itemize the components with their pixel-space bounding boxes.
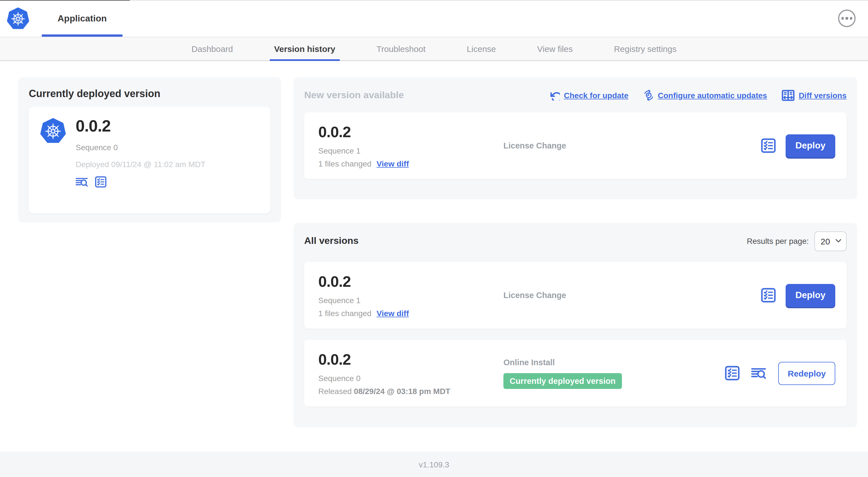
deployed-sequence-label: Sequence 0 xyxy=(75,143,206,152)
results-per-page-value: 20 xyxy=(820,236,830,246)
deployed-version-number: 0.0.2 xyxy=(75,117,206,136)
version-number: 0.0.2 xyxy=(318,123,503,141)
overflow-menu-button[interactable] xyxy=(838,9,856,27)
all-versions-panel: All versions Results per page: 20 0.0.2 … xyxy=(293,223,857,427)
version-row-actions: Redeploy xyxy=(725,362,835,385)
tab-license[interactable]: License xyxy=(467,37,496,60)
sequence-label: Sequence 0 xyxy=(318,374,503,383)
change-type-label: Online Install xyxy=(503,358,725,367)
version-row-meta: Online Install Currently deployed versio… xyxy=(503,358,725,389)
version-row-actions: Deploy xyxy=(761,134,835,157)
all-versions-head: All versions Results per page: 20 xyxy=(304,234,846,248)
deployed-version-info: 0.0.2 Sequence 0 Deployed 09/11/24 @ 11:… xyxy=(75,117,206,188)
view-logs-icon[interactable] xyxy=(75,177,89,187)
files-changed-line: 1 files changed View diff xyxy=(318,308,503,318)
redeploy-button[interactable]: Redeploy xyxy=(778,362,835,385)
results-per-page-select[interactable]: 20 xyxy=(814,231,846,251)
diff-columns-icon xyxy=(782,90,795,101)
all-versions-title: All versions xyxy=(304,235,359,247)
new-version-title: New version available xyxy=(304,90,404,101)
tab-label: Version history xyxy=(274,44,335,54)
page-footer: v1.109.3 xyxy=(0,452,868,477)
version-row-info: 0.0.2 Sequence 1 1 files changed View di… xyxy=(315,123,503,168)
tab-registry-settings[interactable]: Registry settings xyxy=(614,37,677,60)
kubernetes-app-icon xyxy=(40,118,66,144)
released-label: Released xyxy=(318,386,354,395)
diff-versions-link[interactable]: Diff versions xyxy=(782,90,846,101)
diff-versions-label: Diff versions xyxy=(799,91,846,100)
currently-deployed-title: Currently deployed version xyxy=(29,88,270,100)
results-per-page-label: Results per page: xyxy=(747,237,809,245)
version-row-info: 0.0.2 Sequence 0 Released 08/29/24 @ 03:… xyxy=(315,351,503,395)
ellipsis-icon xyxy=(841,17,852,20)
refresh-icon xyxy=(550,91,560,100)
app-tab-application[interactable]: Application xyxy=(42,0,122,37)
view-diff-link[interactable]: View diff xyxy=(376,308,409,318)
currently-deployed-badge: Currently deployed version xyxy=(503,373,622,389)
preflight-checks-icon[interactable] xyxy=(761,138,776,153)
chevron-down-icon xyxy=(835,239,841,243)
version-row-meta: License Change xyxy=(503,291,761,300)
check-for-update-link[interactable]: Check for update xyxy=(550,91,628,100)
new-version-row: 0.0.2 Sequence 1 1 files changed View di… xyxy=(304,112,846,179)
preflight-checks-icon[interactable] xyxy=(95,176,107,188)
version-number: 0.0.2 xyxy=(318,351,503,368)
check-for-update-label: Check for update xyxy=(564,91,628,100)
version-row-sequence-1: 0.0.2 Sequence 1 1 files changed View di… xyxy=(304,262,846,329)
window-edge-line xyxy=(0,0,868,1)
view-diff-link[interactable]: View diff xyxy=(376,159,409,168)
tab-label: View files xyxy=(537,44,573,54)
tab-dashboard[interactable]: Dashboard xyxy=(192,37,233,60)
view-logs-icon[interactable] xyxy=(751,367,767,379)
auto-update-clock-icon xyxy=(643,90,654,101)
new-version-panel-head: New version available Check for update C… xyxy=(304,88,846,103)
tab-label: License xyxy=(467,44,496,54)
app-title: Application xyxy=(58,13,107,23)
tab-label: Troubleshoot xyxy=(376,44,426,54)
tab-troubleshoot[interactable]: Troubleshoot xyxy=(376,37,426,60)
preflight-checks-icon[interactable] xyxy=(761,288,776,303)
new-version-panel: New version available Check for update C… xyxy=(293,77,857,199)
results-per-page: Results per page: 20 xyxy=(747,231,846,251)
kubernetes-logo xyxy=(7,7,29,30)
deployed-version-card: 0.0.2 Sequence 0 Deployed 09/11/24 @ 11:… xyxy=(29,107,270,213)
sequence-label: Sequence 1 xyxy=(318,296,503,304)
version-row-sequence-0: 0.0.2 Sequence 0 Released 08/29/24 @ 03:… xyxy=(304,340,846,407)
deploy-button[interactable]: Deploy xyxy=(785,284,835,307)
preflight-checks-icon[interactable] xyxy=(725,366,740,381)
deploy-button[interactable]: Deploy xyxy=(785,134,835,157)
tab-label: Registry settings xyxy=(614,44,677,54)
files-changed-label: 1 files changed xyxy=(318,159,371,168)
version-row-actions: Deploy xyxy=(761,284,835,307)
tab-view-files[interactable]: View files xyxy=(537,37,573,60)
files-changed-line: 1 files changed View diff xyxy=(318,159,503,168)
tab-version-history[interactable]: Version history xyxy=(274,37,335,60)
sequence-label: Sequence 1 xyxy=(318,146,503,155)
update-actions: Check for update Configure automatic upd… xyxy=(550,90,846,101)
currently-deployed-panel: Currently deployed version 0.0.2 Sequenc… xyxy=(18,77,281,222)
configure-automatic-updates-label: Configure automatic updates xyxy=(658,91,767,100)
configure-automatic-updates-link[interactable]: Configure automatic updates xyxy=(643,90,767,101)
files-changed-label: 1 files changed xyxy=(318,308,371,318)
version-number: 0.0.2 xyxy=(318,273,503,291)
change-type-label: License Change xyxy=(503,291,761,300)
admin-console-page: Application Dashboard Version history Tr… xyxy=(0,0,868,477)
deployed-actions xyxy=(75,176,206,188)
released-date: 08/29/24 @ 03:18 pm MDT xyxy=(354,386,451,395)
deployed-timestamp: Deployed 09/11/24 @ 11:02 am MDT xyxy=(75,160,206,169)
tab-label: Dashboard xyxy=(192,44,233,54)
main-content: Currently deployed version 0.0.2 Sequenc… xyxy=(0,61,868,452)
app-header: Application xyxy=(0,0,868,37)
version-row-info: 0.0.2 Sequence 1 1 files changed View di… xyxy=(315,273,503,318)
released-line: Released 08/29/24 @ 03:18 pm MDT xyxy=(318,386,503,395)
change-type-label: License Change xyxy=(503,141,761,150)
section-nav: Dashboard Version history Troubleshoot L… xyxy=(0,37,868,61)
console-version: v1.109.3 xyxy=(419,460,449,469)
window-edge-dark-segment xyxy=(0,0,130,1)
version-row-meta: License Change xyxy=(503,141,761,150)
